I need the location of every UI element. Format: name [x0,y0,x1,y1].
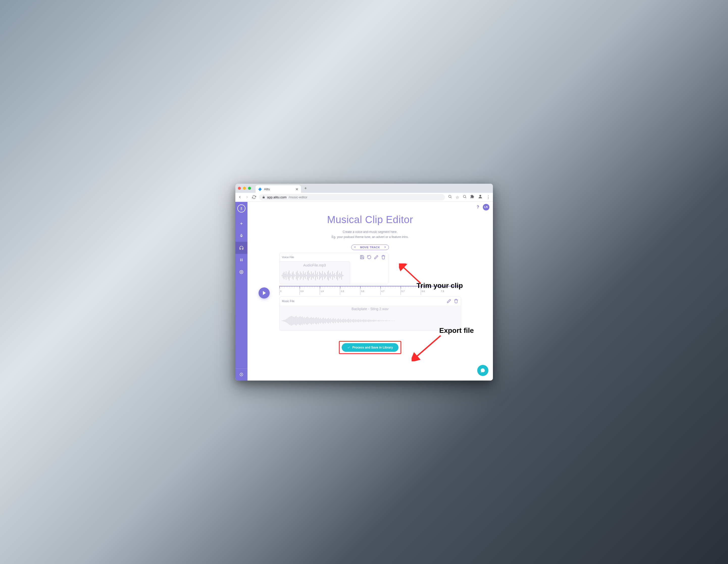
page-title: Musical Clip Editor [247,214,493,225]
tab-bar: 🔷 Alitu ✕ + [235,184,493,193]
edit-pencil-icon[interactable] [447,299,451,303]
sidebar-headphones-button[interactable] [235,242,247,254]
check-icon [347,346,350,349]
sidebar-settings-button[interactable] [235,266,247,278]
tick: 2.8 [340,286,360,295]
maximize-window-button[interactable] [248,187,251,190]
process-save-button[interactable]: Process and Save in Library [342,343,398,352]
forward-button[interactable] [245,195,249,199]
sidebar [235,202,247,380]
move-track-pill: MOVE TRACK [351,245,389,250]
music-track-header: Music File [280,297,461,305]
alitu-favicon-icon: 🔷 [258,187,262,191]
voice-waveform-icon [282,269,383,282]
svg-point-2 [479,195,481,197]
new-tab-button[interactable]: + [303,186,308,191]
music-track-body[interactable]: Backplate - Sting 2.wav [280,305,461,330]
browser-tab[interactable]: 🔷 Alitu ✕ [256,185,301,193]
window-controls [238,187,251,190]
svg-point-9 [241,272,242,273]
close-tab-button[interactable]: ✕ [295,187,298,191]
edit-pencil-icon[interactable] [374,255,379,260]
zoom-icon[interactable] [448,195,452,200]
timeline-ruler[interactable]: 0 0.9 1.9 2.8 3.8 4.7 5.7 6.6 7.5 [279,286,461,295]
move-track-right-button[interactable] [383,246,388,249]
chat-help-button[interactable] [477,365,488,376]
sidebar-expand-button[interactable] [235,368,247,380]
undo-icon[interactable] [367,255,371,260]
user-avatar[interactable]: LN [483,204,489,211]
music-track-card: Music File Backplate - Sting 2.wav [279,296,461,331]
process-button-wrap: Process and Save in Library [247,341,493,354]
music-track-label: Music File [282,299,295,302]
sidebar-grid-button[interactable] [235,254,247,266]
music-track-tools [447,299,458,303]
move-track-label: MOVE TRACK [360,246,380,249]
page-subtitle: Create a voice-and-music segment here. E… [247,230,493,240]
sidebar-mic-button[interactable] [235,230,247,242]
voice-track-tools [360,255,386,260]
svg-point-10 [240,373,243,376]
tick: 7.5 [441,286,461,295]
play-button[interactable] [259,287,270,298]
voice-track-body[interactable]: AudioFile.mp3 [280,262,350,284]
lock-icon [262,196,265,199]
music-waveform-icon [282,314,458,327]
extension-search-icon[interactable] [463,195,467,200]
profile-icon[interactable] [478,194,483,200]
tick: 3.8 [360,286,380,295]
browser-window: 🔷 Alitu ✕ + app.alitu.com/music-editor ☆ [235,184,493,380]
extensions-icon[interactable] [470,195,474,200]
svg-point-3 [241,208,242,209]
tick: 0.9 [299,286,320,295]
reload-button[interactable] [252,195,256,199]
sidebar-add-button[interactable] [235,218,247,230]
process-save-label: Process and Save in Library [352,346,393,349]
music-filename: Backplate - Sting 2.wav [280,307,461,311]
subtitle-line-1: Create a voice-and-music segment here. [247,230,493,235]
chat-icon [480,368,486,373]
move-track-control: MOVE TRACK [279,245,461,250]
svg-rect-4 [241,234,242,236]
trash-icon[interactable] [454,299,458,303]
voice-track-card: Voice File [279,253,388,284]
tab-title: Alitu [264,188,270,191]
trash-icon[interactable] [381,255,386,260]
timeline-ticks: 0 0.9 1.9 2.8 3.8 4.7 5.7 6.6 7.5 [279,286,461,295]
url-path: /music-editor [289,195,307,199]
url-host: app.alitu.com [267,195,287,199]
svg-rect-6 [242,259,243,260]
menu-icon[interactable]: ⋮ [486,195,490,200]
voice-filename: AudioFile.mp3 [280,263,350,267]
tick: 4.7 [380,286,400,295]
minimize-window-button[interactable] [243,187,246,190]
tick: 5.7 [400,286,421,295]
svg-point-0 [448,195,451,198]
content-area: ? LN Musical Clip Editor Create a voice-… [247,202,493,380]
clip-editor: MOVE TRACK Voice File [279,245,461,331]
top-right-actions: ? LN [477,204,489,211]
alitu-logo-icon[interactable] [237,205,245,213]
save-icon[interactable] [360,255,364,260]
move-track-left-button[interactable] [353,246,358,249]
app-pane: ? LN Musical Clip Editor Create a voice-… [235,202,493,380]
help-button[interactable]: ? [477,205,479,210]
voice-track-label: Voice File [282,256,294,259]
tick: 6.6 [421,286,441,295]
tick: 1.9 [320,286,340,295]
play-icon [263,291,266,295]
subtitle-line-2: Eg. your podcast theme tune, an advert o… [247,235,493,240]
star-icon[interactable]: ☆ [456,195,459,200]
svg-rect-7 [240,260,241,261]
address-bar: app.alitu.com/music-editor ☆ ⋮ [235,193,493,202]
svg-rect-5 [240,259,241,260]
url-field[interactable]: app.alitu.com/music-editor [259,194,445,200]
annotation-highlight-box: Process and Save in Library [339,341,401,354]
tick: 0 [279,286,299,295]
browser-actions: ☆ ⋮ [448,194,490,200]
svg-rect-8 [242,260,243,261]
voice-track-header: Voice File [280,253,388,262]
back-button[interactable] [238,195,242,199]
close-window-button[interactable] [238,187,241,190]
svg-point-1 [463,195,465,198]
